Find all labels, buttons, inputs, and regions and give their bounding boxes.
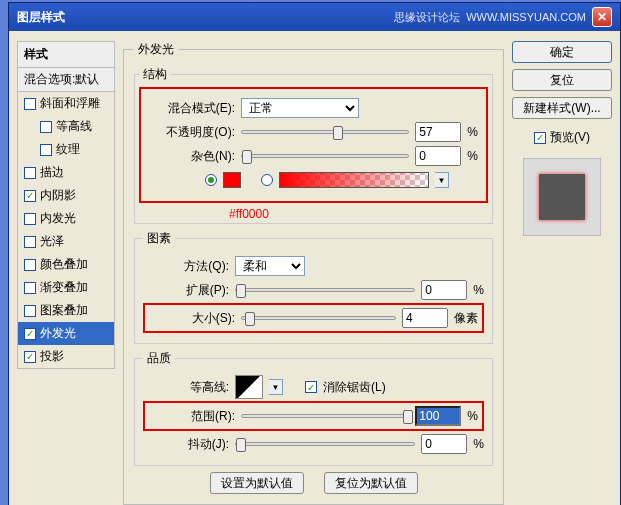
structure-highlight: 混合模式(E): 正常 不透明度(O): % 杂色(N): — [139, 87, 488, 203]
antialias-checkbox[interactable] — [305, 381, 317, 393]
noise-unit: % — [467, 149, 478, 163]
close-button[interactable]: ✕ — [592, 7, 612, 27]
structure-group: 结构 混合模式(E): 正常 不透明度(O): % — [134, 66, 493, 224]
style-checkbox[interactable] — [24, 98, 36, 110]
spread-unit: % — [473, 283, 484, 297]
blend-mode-select[interactable]: 正常 — [241, 98, 359, 118]
center-panel: 外发光 结构 混合模式(E): 正常 不透明度(O): % — [123, 41, 504, 505]
style-item-label: 等高线 — [56, 118, 92, 135]
contour-dropdown-icon[interactable]: ▼ — [269, 379, 283, 395]
style-item-label: 内发光 — [40, 210, 76, 227]
preview-swatch — [539, 174, 585, 220]
style-item-8[interactable]: 渐变叠加 — [18, 276, 114, 299]
cancel-button[interactable]: 复位 — [512, 69, 612, 91]
spread-label: 扩展(P): — [143, 282, 229, 299]
spread-slider[interactable] — [235, 288, 415, 292]
style-checkbox[interactable] — [24, 328, 36, 340]
style-checkbox[interactable] — [24, 259, 36, 271]
technique-select[interactable]: 柔和 — [235, 256, 305, 276]
range-unit: % — [467, 409, 478, 423]
noise-slider[interactable] — [241, 154, 409, 158]
gradient-dropdown-icon[interactable]: ▼ — [435, 172, 449, 188]
range-slider[interactable] — [241, 414, 409, 418]
style-item-2[interactable]: 纹理 — [18, 138, 114, 161]
style-checkbox[interactable] — [24, 282, 36, 294]
range-label: 范围(R): — [149, 408, 235, 425]
blend-mode-label: 混合模式(E): — [149, 100, 235, 117]
structure-legend: 结构 — [139, 66, 171, 83]
size-unit: 像素 — [454, 310, 478, 327]
elements-group: 图素 方法(Q): 柔和 扩展(P): % 大小(S): — [134, 230, 493, 344]
style-item-10[interactable]: 外发光 — [18, 322, 114, 345]
hex-annotation: #ff0000 — [229, 207, 488, 221]
style-checkbox[interactable] — [40, 144, 52, 156]
style-checkbox[interactable] — [24, 236, 36, 248]
style-item-1[interactable]: 等高线 — [18, 115, 114, 138]
noise-label: 杂色(N): — [149, 148, 235, 165]
window-title: 图层样式 — [17, 9, 65, 26]
jitter-label: 抖动(J): — [143, 436, 229, 453]
spread-input[interactable] — [421, 280, 467, 300]
style-item-7[interactable]: 颜色叠加 — [18, 253, 114, 276]
set-default-button[interactable]: 设置为默认值 — [210, 472, 304, 494]
style-item-0[interactable]: 斜面和浮雕 — [18, 92, 114, 115]
group-title: 外发光 — [134, 41, 178, 58]
style-item-label: 描边 — [40, 164, 64, 181]
style-item-3[interactable]: 描边 — [18, 161, 114, 184]
opacity-input[interactable] — [415, 122, 461, 142]
opacity-label: 不透明度(O): — [149, 124, 235, 141]
gradient-swatch[interactable] — [279, 172, 429, 188]
sidebar-header[interactable]: 样式 — [17, 41, 115, 68]
outer-glow-group: 外发光 结构 混合模式(E): 正常 不透明度(O): % — [123, 41, 504, 505]
titlebar[interactable]: 图层样式 思缘设计论坛 WWW.MISSYUAN.COM ✕ — [9, 3, 620, 31]
ok-button[interactable]: 确定 — [512, 41, 612, 63]
watermark-text: 思缘设计论坛 — [394, 10, 460, 25]
style-item-label: 外发光 — [40, 325, 76, 342]
size-input[interactable] — [402, 308, 448, 328]
contour-label: 等高线: — [143, 379, 229, 396]
color-swatch[interactable] — [223, 172, 241, 188]
size-highlight: 大小(S): 像素 — [143, 303, 484, 333]
style-item-9[interactable]: 图案叠加 — [18, 299, 114, 322]
elements-legend: 图素 — [143, 230, 175, 247]
style-item-4[interactable]: 内阴影 — [18, 184, 114, 207]
style-item-label: 斜面和浮雕 — [40, 95, 100, 112]
color-radio[interactable] — [205, 174, 217, 186]
style-item-label: 内阴影 — [40, 187, 76, 204]
style-item-11[interactable]: 投影 — [18, 345, 114, 368]
noise-input[interactable] — [415, 146, 461, 166]
style-item-6[interactable]: 光泽 — [18, 230, 114, 253]
right-column: 确定 复位 新建样式(W)... 预览(V) — [512, 41, 612, 505]
style-checkbox[interactable] — [24, 213, 36, 225]
style-checkbox[interactable] — [24, 167, 36, 179]
blend-options-item[interactable]: 混合选项:默认 — [17, 68, 115, 92]
size-slider[interactable] — [241, 316, 396, 320]
style-item-label: 光泽 — [40, 233, 64, 250]
opacity-slider[interactable] — [241, 130, 409, 134]
jitter-slider[interactable] — [235, 442, 415, 446]
style-checkbox[interactable] — [24, 190, 36, 202]
styles-sidebar: 样式 混合选项:默认 斜面和浮雕等高线纹理描边内阴影内发光光泽颜色叠加渐变叠加图… — [17, 41, 115, 505]
new-style-button[interactable]: 新建样式(W)... — [512, 97, 612, 119]
size-label: 大小(S): — [149, 310, 235, 327]
opacity-unit: % — [467, 125, 478, 139]
gradient-radio[interactable] — [261, 174, 273, 186]
style-item-label: 图案叠加 — [40, 302, 88, 319]
preview-checkbox[interactable] — [534, 132, 546, 144]
jitter-input[interactable] — [421, 434, 467, 454]
style-list: 斜面和浮雕等高线纹理描边内阴影内发光光泽颜色叠加渐变叠加图案叠加外发光投影 — [17, 92, 115, 369]
style-item-label: 投影 — [40, 348, 64, 365]
watermark-url: WWW.MISSYUAN.COM — [466, 11, 586, 23]
style-checkbox[interactable] — [40, 121, 52, 133]
layer-style-dialog: 图层样式 思缘设计论坛 WWW.MISSYUAN.COM ✕ 样式 混合选项:默… — [8, 2, 621, 505]
style-item-5[interactable]: 内发光 — [18, 207, 114, 230]
style-checkbox[interactable] — [24, 351, 36, 363]
preview-box — [523, 158, 601, 236]
contour-swatch[interactable] — [235, 375, 263, 399]
style-item-label: 渐变叠加 — [40, 279, 88, 296]
reset-default-button[interactable]: 复位为默认值 — [324, 472, 418, 494]
quality-legend: 品质 — [143, 350, 175, 367]
style-item-label: 颜色叠加 — [40, 256, 88, 273]
style-checkbox[interactable] — [24, 305, 36, 317]
range-input[interactable] — [415, 406, 461, 426]
